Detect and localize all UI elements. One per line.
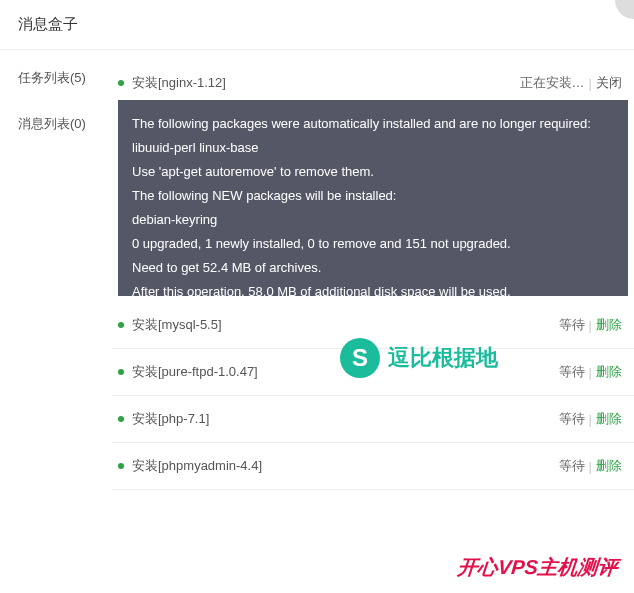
task-row: 安装[pure-ftpd-1.0.47] 等待 | 删除 (112, 349, 634, 396)
task-status: 正在安装… (520, 74, 585, 92)
console-output: The following packages were automaticall… (118, 100, 628, 296)
divider: | (589, 459, 592, 474)
task-name: 安装[pure-ftpd-1.0.47] (132, 363, 258, 381)
task-right: 等待 | 删除 (559, 316, 622, 334)
console-line: libuuid-perl linux-base (132, 136, 614, 160)
divider: | (589, 412, 592, 427)
divider: | (589, 318, 592, 333)
sidebar-item-label: 消息列表(0) (18, 116, 86, 131)
task-name: 安装[phpmyadmin-4.4] (132, 457, 262, 475)
console-line: Use 'apt-get autoremove' to remove them. (132, 160, 614, 184)
console-line: The following packages were automaticall… (132, 112, 614, 136)
console-line: After this operation, 58.0 MB of additio… (132, 280, 614, 296)
task-row: 安装[php-7.1] 等待 | 删除 (112, 396, 634, 443)
task-name: 安装[php-7.1] (132, 410, 209, 428)
task-right: 等待 | 删除 (559, 363, 622, 381)
sidebar-item-messages[interactable]: 消息列表(0) (0, 101, 112, 147)
console-line: Need to get 52.4 MB of archives. (132, 256, 614, 280)
bullet-icon (118, 80, 124, 86)
task-name: 安装[mysql-5.5] (132, 316, 222, 334)
task-right: 正在安装… | 关闭 (520, 74, 622, 92)
delete-task-link[interactable]: 删除 (596, 410, 622, 428)
dialog-title: 消息盒子 (18, 15, 78, 32)
delete-task-link[interactable]: 删除 (596, 457, 622, 475)
task-status: 等待 (559, 410, 585, 428)
task-left: 安装[pure-ftpd-1.0.47] (118, 363, 258, 381)
task-right: 等待 | 删除 (559, 457, 622, 475)
task-status: 等待 (559, 316, 585, 334)
divider: | (589, 76, 592, 91)
bullet-icon (118, 322, 124, 328)
task-row: 安装[mysql-5.5] 等待 | 删除 (112, 302, 634, 349)
dialog-body: 任务列表(5) 消息列表(0) 安装[nginx-1.12] 正在安装… | 关… (0, 50, 634, 593)
console-line: debian-keyring (132, 208, 614, 232)
close-task-link[interactable]: 关闭 (596, 74, 622, 92)
task-row: 安装[nginx-1.12] 正在安装… | 关闭 (112, 60, 634, 100)
task-left: 安装[mysql-5.5] (118, 316, 222, 334)
close-dialog-button[interactable] (615, 0, 634, 19)
task-status: 等待 (559, 457, 585, 475)
task-left: 安装[nginx-1.12] (118, 74, 226, 92)
sidebar-item-tasks[interactable]: 任务列表(5) (0, 55, 112, 101)
bullet-icon (118, 416, 124, 422)
scroll-handle-icon[interactable] (612, 280, 626, 294)
bullet-icon (118, 463, 124, 469)
task-status: 等待 (559, 363, 585, 381)
bullet-icon (118, 369, 124, 375)
task-left: 安装[phpmyadmin-4.4] (118, 457, 262, 475)
task-left: 安装[php-7.1] (118, 410, 209, 428)
delete-task-link[interactable]: 删除 (596, 363, 622, 381)
console-line: The following NEW packages will be insta… (132, 184, 614, 208)
console-line: 0 upgraded, 1 newly installed, 0 to remo… (132, 232, 614, 256)
delete-task-link[interactable]: 删除 (596, 316, 622, 334)
main-content: 安装[nginx-1.12] 正在安装… | 关闭 The following … (112, 50, 634, 593)
task-name: 安装[nginx-1.12] (132, 74, 226, 92)
dialog-header: 消息盒子 (0, 0, 634, 50)
task-row: 安装[phpmyadmin-4.4] 等待 | 删除 (112, 443, 634, 490)
sidebar-item-label: 任务列表(5) (18, 70, 86, 85)
divider: | (589, 365, 592, 380)
sidebar: 任务列表(5) 消息列表(0) (0, 50, 112, 593)
task-right: 等待 | 删除 (559, 410, 622, 428)
